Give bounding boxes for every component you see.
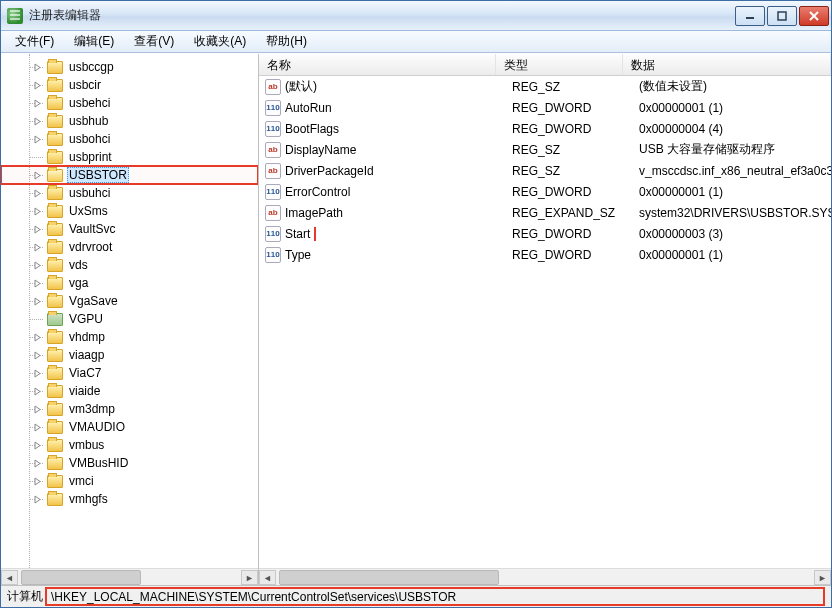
menu-view[interactable]: 查看(V)	[130, 31, 178, 52]
expand-icon[interactable]	[33, 404, 44, 415]
tree-item-vmaudio[interactable]: VMAUDIO	[1, 418, 258, 436]
expand-icon[interactable]	[33, 296, 44, 307]
tree-item-usbohci[interactable]: usbohci	[1, 130, 258, 148]
expand-icon[interactable]	[33, 98, 44, 109]
tree-item-usbprint[interactable]: usbprint	[1, 148, 258, 166]
value-row-driverpackageid[interactable]: abDriverPackageIdREG_SZv_msccdsc.inf_x86…	[259, 160, 831, 181]
list-body[interactable]: ab(默认)REG_SZ(数值未设置)110AutoRunREG_DWORD0x…	[259, 76, 831, 568]
tree-item-usbcir[interactable]: usbcir	[1, 76, 258, 94]
expand-icon[interactable]	[33, 80, 44, 91]
window-title: 注册表编辑器	[29, 7, 735, 24]
tree-item-viaagp[interactable]: viaagp	[1, 346, 258, 364]
close-button[interactable]	[799, 6, 829, 26]
folder-icon	[47, 259, 63, 272]
tree-item-label: vds	[67, 258, 90, 272]
tree-item-label: USBSTOR	[67, 167, 129, 183]
tree-item-vdrvroot[interactable]: vdrvroot	[1, 238, 258, 256]
expand-icon[interactable]	[33, 170, 44, 181]
tree-item-vgpu[interactable]: VGPU	[1, 310, 258, 328]
expand-icon[interactable]	[33, 368, 44, 379]
folder-icon	[47, 385, 63, 398]
status-path: \HKEY_LOCAL_MACHINE\SYSTEM\CurrentContro…	[51, 590, 456, 604]
tree-item-label: viaide	[67, 384, 102, 398]
tree-item-vm3dmp[interactable]: vm3dmp	[1, 400, 258, 418]
scroll-thumb[interactable]	[279, 570, 499, 585]
tree-item-usbhub[interactable]: usbhub	[1, 112, 258, 130]
list-hscrollbar[interactable]: ◄ ►	[259, 568, 831, 585]
tree-item-usbuhci[interactable]: usbuhci	[1, 184, 258, 202]
tree-item-vga[interactable]: vga	[1, 274, 258, 292]
value-row-bootflags[interactable]: 110BootFlagsREG_DWORD0x00000004 (4)	[259, 118, 831, 139]
tree-item-label: VGPU	[67, 312, 105, 326]
tree-item-vmhgfs[interactable]: vmhgfs	[1, 490, 258, 508]
expand-icon[interactable]	[33, 494, 44, 505]
expand-icon[interactable]	[33, 242, 44, 253]
tree-item-label: vdrvroot	[67, 240, 114, 254]
expand-icon[interactable]	[33, 476, 44, 487]
value-row-imagepath[interactable]: abImagePathREG_EXPAND_SZsystem32\DRIVERS…	[259, 202, 831, 223]
expand-icon[interactable]	[33, 458, 44, 469]
menu-help[interactable]: 帮助(H)	[262, 31, 311, 52]
tree-item-usbstor[interactable]: USBSTOR	[1, 166, 258, 184]
expand-icon[interactable]	[33, 134, 44, 145]
minimize-button[interactable]	[735, 6, 765, 26]
expand-icon[interactable]	[33, 440, 44, 451]
tree-item-vds[interactable]: vds	[1, 256, 258, 274]
scroll-left-icon[interactable]: ◄	[259, 570, 276, 585]
value-row-start[interactable]: 110StartREG_DWORD0x00000003 (3)	[259, 223, 831, 244]
tree-item-usbehci[interactable]: usbehci	[1, 94, 258, 112]
tree-hscrollbar[interactable]: ◄ ►	[1, 568, 258, 585]
tree-item-label: usbehci	[67, 96, 112, 110]
expand-icon[interactable]	[33, 62, 44, 73]
tree-item-vmbushid[interactable]: VMBusHID	[1, 454, 258, 472]
menu-file[interactable]: 文件(F)	[11, 31, 58, 52]
string-value-icon: ab	[265, 163, 281, 179]
menu-edit[interactable]: 编辑(E)	[70, 31, 118, 52]
expand-icon[interactable]	[33, 422, 44, 433]
value-row-errorcontrol[interactable]: 110ErrorControlREG_DWORD0x00000001 (1)	[259, 181, 831, 202]
tree[interactable]: usbccgpusbcirusbehciusbhubusbohciusbprin…	[1, 54, 258, 512]
tree-item-viac7[interactable]: ViaC7	[1, 364, 258, 382]
expand-icon[interactable]	[33, 350, 44, 361]
value-row-type[interactable]: 110TypeREG_DWORD0x00000001 (1)	[259, 244, 831, 265]
expand-icon[interactable]	[33, 224, 44, 235]
menubar: 文件(F) 编辑(E) 查看(V) 收藏夹(A) 帮助(H)	[1, 31, 831, 53]
status-prefix: 计算机	[7, 588, 43, 605]
titlebar[interactable]: 注册表编辑器	[1, 1, 831, 31]
scroll-right-icon[interactable]: ►	[814, 570, 831, 585]
expand-icon[interactable]	[33, 206, 44, 217]
menu-favorites[interactable]: 收藏夹(A)	[190, 31, 250, 52]
tree-item-vaultsvc[interactable]: VaultSvc	[1, 220, 258, 238]
column-data[interactable]: 数据	[623, 54, 831, 75]
tree-item-usbccgp[interactable]: usbccgp	[1, 58, 258, 76]
expand-icon[interactable]	[33, 260, 44, 271]
value-row-autorun[interactable]: 110AutoRunREG_DWORD0x00000001 (1)	[259, 97, 831, 118]
tree-item-vmci[interactable]: vmci	[1, 472, 258, 490]
tree-item-vgasave[interactable]: VgaSave	[1, 292, 258, 310]
list-header[interactable]: 名称 类型 数据	[259, 54, 831, 76]
maximize-button[interactable]	[767, 6, 797, 26]
tree-item-label: VMAUDIO	[67, 420, 127, 434]
tree-item-label: VaultSvc	[67, 222, 117, 236]
dword-value-icon: 110	[265, 100, 281, 116]
value-row-displayname[interactable]: abDisplayNameREG_SZUSB 大容量存储驱动程序	[259, 139, 831, 160]
tree-item-vmbus[interactable]: vmbus	[1, 436, 258, 454]
scroll-left-icon[interactable]: ◄	[1, 570, 18, 585]
tree-item-vhdmp[interactable]: vhdmp	[1, 328, 258, 346]
value-name: ErrorControl	[285, 185, 350, 199]
expand-icon[interactable]	[33, 278, 44, 289]
expand-icon[interactable]	[33, 386, 44, 397]
expand-icon[interactable]	[33, 188, 44, 199]
folder-icon	[47, 439, 63, 452]
column-name[interactable]: 名称	[259, 54, 496, 75]
expand-icon[interactable]	[33, 332, 44, 343]
scroll-right-icon[interactable]: ►	[241, 570, 258, 585]
value-row-[interactable]: ab(默认)REG_SZ(数值未设置)	[259, 76, 831, 97]
svg-rect-1	[778, 12, 786, 20]
tree-item-uxsms[interactable]: UxSms	[1, 202, 258, 220]
tree-item-viaide[interactable]: viaide	[1, 382, 258, 400]
tree-item-label: vhdmp	[67, 330, 107, 344]
column-type[interactable]: 类型	[496, 54, 623, 75]
expand-icon[interactable]	[33, 116, 44, 127]
scroll-thumb[interactable]	[21, 570, 141, 585]
